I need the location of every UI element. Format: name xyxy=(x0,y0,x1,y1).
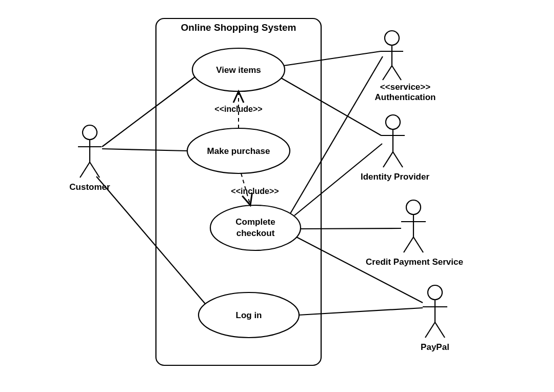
actor-auth-stereotype: <<service>> xyxy=(380,82,430,92)
svg-point-10 xyxy=(386,115,400,129)
svg-point-5 xyxy=(385,31,399,45)
system-title: Online Shopping System xyxy=(181,22,296,33)
include-label-2: <<include>> xyxy=(231,187,279,195)
actor-auth-label: Authentication xyxy=(375,92,436,102)
svg-line-9 xyxy=(392,66,401,80)
svg-line-19 xyxy=(413,237,423,252)
actor-authentication xyxy=(381,31,403,80)
include-label-1: <<include>> xyxy=(214,105,262,113)
svg-line-8 xyxy=(383,66,392,80)
assoc-auth-complete xyxy=(290,56,383,213)
svg-line-14 xyxy=(393,152,403,167)
svg-line-24 xyxy=(435,322,445,338)
actor-credit-label: Credit Payment Service xyxy=(366,257,463,267)
assoc-login-paypal xyxy=(299,308,423,315)
usecase-complete-checkout xyxy=(210,205,301,250)
svg-point-15 xyxy=(406,200,421,214)
svg-line-4 xyxy=(90,162,100,178)
svg-line-18 xyxy=(404,237,413,252)
assoc-customer-make xyxy=(102,149,187,151)
actor-customer xyxy=(78,125,102,178)
usecase-complete-checkout-label2: checkout xyxy=(236,228,275,238)
svg-line-3 xyxy=(80,162,90,178)
actor-credit-payment-service xyxy=(401,200,426,252)
assoc-customer-view xyxy=(102,77,195,147)
assoc-paypal-complete xyxy=(296,237,423,303)
actor-identity-provider xyxy=(381,115,405,167)
svg-line-23 xyxy=(425,322,435,338)
assoc-auth-view xyxy=(284,51,381,66)
actor-paypal xyxy=(423,285,447,338)
usecase-login-label: Log in xyxy=(236,310,262,320)
svg-point-20 xyxy=(428,285,442,300)
usecase-make-purchase-label: Make purchase xyxy=(207,146,270,156)
actor-paypal-label: PayPal xyxy=(421,342,449,352)
assoc-customer-login xyxy=(96,177,205,304)
svg-point-0 xyxy=(83,125,97,140)
assoc-credit-complete xyxy=(301,228,401,229)
usecase-view-items-label: View items xyxy=(216,65,261,75)
actor-customer-label: Customer xyxy=(69,182,110,192)
actor-idp-label: Identity Provider xyxy=(361,172,430,182)
usecase-complete-checkout-label1: Complete xyxy=(235,217,275,227)
svg-line-13 xyxy=(383,152,393,167)
assoc-idp-view xyxy=(281,78,381,135)
